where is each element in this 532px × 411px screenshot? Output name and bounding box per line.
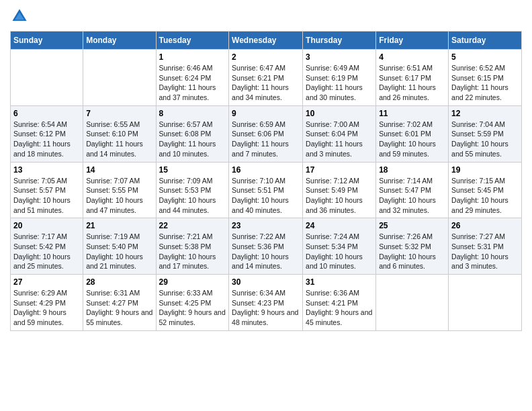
day-number: 20: [13, 221, 80, 230]
weekday-header-wednesday: Wednesday: [229, 32, 303, 50]
day-number: 4: [379, 52, 445, 62]
day-info: Sunrise: 6:47 AM Sunset: 6:21 PM Dayligh…: [232, 63, 300, 103]
day-number: 24: [306, 221, 373, 230]
calendar-cell: 12Sunrise: 7:04 AM Sunset: 5:59 PM Dayli…: [449, 105, 522, 162]
day-number: 15: [159, 165, 226, 175]
calendar-cell: 26Sunrise: 7:27 AM Sunset: 5:31 PM Dayli…: [449, 218, 522, 275]
calendar-cell: 17Sunrise: 7:12 AM Sunset: 5:49 PM Dayli…: [303, 162, 376, 218]
calendar-cell: 20Sunrise: 7:17 AM Sunset: 5:42 PM Dayli…: [11, 218, 83, 275]
calendar-cell: [83, 50, 156, 106]
day-info: Sunrise: 7:10 AM Sunset: 5:51 PM Dayligh…: [232, 176, 300, 216]
page-header: [10, 7, 522, 26]
day-info: Sunrise: 7:12 AM Sunset: 5:49 PM Dayligh…: [306, 176, 373, 216]
day-info: Sunrise: 6:46 AM Sunset: 6:24 PM Dayligh…: [159, 63, 226, 103]
calendar-header: SundayMondayTuesdayWednesdayThursdayFrid…: [11, 32, 522, 50]
calendar-cell: 5Sunrise: 6:52 AM Sunset: 6:15 PM Daylig…: [449, 50, 522, 106]
day-info: Sunrise: 7:09 AM Sunset: 5:53 PM Dayligh…: [159, 176, 226, 216]
day-info: Sunrise: 6:57 AM Sunset: 6:08 PM Dayligh…: [159, 120, 226, 159]
day-number: 18: [379, 165, 445, 175]
day-number: 7: [86, 109, 152, 118]
day-number: 30: [232, 277, 300, 287]
day-info: Sunrise: 7:14 AM Sunset: 5:47 PM Dayligh…: [379, 176, 445, 216]
day-info: Sunrise: 7:26 AM Sunset: 5:32 PM Dayligh…: [379, 232, 445, 271]
day-info: Sunrise: 7:17 AM Sunset: 5:42 PM Dayligh…: [13, 232, 80, 271]
calendar-cell: 18Sunrise: 7:14 AM Sunset: 5:47 PM Dayli…: [376, 162, 449, 218]
calendar-cell: 19Sunrise: 7:15 AM Sunset: 5:45 PM Dayli…: [449, 162, 522, 218]
calendar-cell: 29Sunrise: 6:33 AM Sunset: 4:25 PM Dayli…: [156, 275, 229, 331]
day-info: Sunrise: 6:36 AM Sunset: 4:21 PM Dayligh…: [306, 288, 373, 328]
day-number: 6: [13, 109, 80, 118]
day-info: Sunrise: 7:19 AM Sunset: 5:40 PM Dayligh…: [86, 232, 152, 271]
day-info: Sunrise: 6:55 AM Sunset: 6:10 PM Dayligh…: [86, 120, 152, 159]
day-number: 16: [232, 165, 300, 175]
calendar-cell: 7Sunrise: 6:55 AM Sunset: 6:10 PM Daylig…: [83, 105, 156, 162]
day-info: Sunrise: 6:49 AM Sunset: 6:19 PM Dayligh…: [306, 63, 373, 103]
day-info: Sunrise: 6:52 AM Sunset: 6:15 PM Dayligh…: [451, 63, 519, 103]
day-number: 27: [13, 277, 80, 287]
day-info: Sunrise: 7:07 AM Sunset: 5:55 PM Dayligh…: [86, 176, 152, 216]
calendar-cell: 11Sunrise: 7:02 AM Sunset: 6:01 PM Dayli…: [376, 105, 449, 162]
day-info: Sunrise: 6:33 AM Sunset: 4:25 PM Dayligh…: [159, 288, 226, 328]
day-number: 12: [451, 109, 519, 118]
calendar-cell: 3Sunrise: 6:49 AM Sunset: 6:19 PM Daylig…: [303, 50, 376, 106]
day-info: Sunrise: 7:04 AM Sunset: 5:59 PM Dayligh…: [451, 120, 519, 159]
week-row-2: 6Sunrise: 6:54 AM Sunset: 6:12 PM Daylig…: [11, 105, 522, 162]
day-info: Sunrise: 7:15 AM Sunset: 5:45 PM Dayligh…: [451, 176, 519, 216]
day-info: Sunrise: 7:27 AM Sunset: 5:31 PM Dayligh…: [451, 232, 519, 271]
day-info: Sunrise: 7:21 AM Sunset: 5:38 PM Dayligh…: [159, 232, 226, 271]
day-number: 31: [306, 277, 373, 287]
day-number: 2: [232, 52, 300, 62]
day-number: 26: [451, 221, 519, 230]
day-number: 19: [451, 165, 519, 175]
weekday-header-sunday: Sunday: [11, 32, 83, 50]
logo: [10, 7, 32, 26]
calendar-table: SundayMondayTuesdayWednesdayThursdayFrid…: [10, 31, 522, 331]
week-row-4: 20Sunrise: 7:17 AM Sunset: 5:42 PM Dayli…: [11, 218, 522, 275]
calendar-cell: 6Sunrise: 6:54 AM Sunset: 6:12 PM Daylig…: [11, 105, 83, 162]
day-number: 1: [159, 52, 226, 62]
day-number: 17: [306, 165, 373, 175]
weekday-header-monday: Monday: [83, 32, 156, 50]
day-info: Sunrise: 6:29 AM Sunset: 4:29 PM Dayligh…: [13, 288, 80, 328]
day-info: Sunrise: 6:34 AM Sunset: 4:23 PM Dayligh…: [232, 288, 300, 328]
calendar-cell: 22Sunrise: 7:21 AM Sunset: 5:38 PM Dayli…: [156, 218, 229, 275]
calendar-cell: 25Sunrise: 7:26 AM Sunset: 5:32 PM Dayli…: [376, 218, 449, 275]
day-number: 3: [306, 52, 373, 62]
day-number: 13: [13, 165, 80, 175]
day-info: Sunrise: 7:02 AM Sunset: 6:01 PM Dayligh…: [379, 120, 445, 159]
day-info: Sunrise: 6:51 AM Sunset: 6:17 PM Dayligh…: [379, 63, 445, 103]
day-info: Sunrise: 7:22 AM Sunset: 5:36 PM Dayligh…: [232, 232, 300, 271]
calendar-cell: 27Sunrise: 6:29 AM Sunset: 4:29 PM Dayli…: [11, 275, 83, 331]
calendar-cell: 28Sunrise: 6:31 AM Sunset: 4:27 PM Dayli…: [83, 275, 156, 331]
calendar-cell: 15Sunrise: 7:09 AM Sunset: 5:53 PM Dayli…: [156, 162, 229, 218]
calendar-cell: 13Sunrise: 7:05 AM Sunset: 5:57 PM Dayli…: [11, 162, 83, 218]
day-number: 10: [306, 109, 373, 118]
day-info: Sunrise: 6:31 AM Sunset: 4:27 PM Dayligh…: [86, 288, 152, 328]
calendar-body: 1Sunrise: 6:46 AM Sunset: 6:24 PM Daylig…: [11, 50, 522, 331]
calendar-cell: 14Sunrise: 7:07 AM Sunset: 5:55 PM Dayli…: [83, 162, 156, 218]
calendar-cell: 21Sunrise: 7:19 AM Sunset: 5:40 PM Dayli…: [83, 218, 156, 275]
day-number: 11: [379, 109, 445, 118]
week-row-3: 13Sunrise: 7:05 AM Sunset: 5:57 PM Dayli…: [11, 162, 522, 218]
calendar-cell: [11, 50, 83, 106]
calendar-cell: 1Sunrise: 6:46 AM Sunset: 6:24 PM Daylig…: [156, 50, 229, 106]
day-info: Sunrise: 7:00 AM Sunset: 6:04 PM Dayligh…: [306, 120, 373, 159]
logo-icon: [10, 7, 29, 26]
week-row-5: 27Sunrise: 6:29 AM Sunset: 4:29 PM Dayli…: [11, 275, 522, 331]
day-info: Sunrise: 7:05 AM Sunset: 5:57 PM Dayligh…: [13, 176, 80, 216]
calendar-cell: 30Sunrise: 6:34 AM Sunset: 4:23 PM Dayli…: [229, 275, 303, 331]
calendar-cell: 4Sunrise: 6:51 AM Sunset: 6:17 PM Daylig…: [376, 50, 449, 106]
day-info: Sunrise: 6:59 AM Sunset: 6:06 PM Dayligh…: [232, 120, 300, 159]
day-number: 29: [159, 277, 226, 287]
weekday-header-friday: Friday: [376, 32, 449, 50]
week-row-1: 1Sunrise: 6:46 AM Sunset: 6:24 PM Daylig…: [11, 50, 522, 106]
calendar-cell: 31Sunrise: 6:36 AM Sunset: 4:21 PM Dayli…: [303, 275, 376, 331]
calendar-cell: 2Sunrise: 6:47 AM Sunset: 6:21 PM Daylig…: [229, 50, 303, 106]
calendar-cell: 24Sunrise: 7:24 AM Sunset: 5:34 PM Dayli…: [303, 218, 376, 275]
day-number: 5: [451, 52, 519, 62]
day-number: 23: [232, 221, 300, 230]
calendar-cell: [376, 275, 449, 331]
day-number: 14: [86, 165, 152, 175]
weekday-row: SundayMondayTuesdayWednesdayThursdayFrid…: [11, 32, 522, 50]
weekday-header-saturday: Saturday: [449, 32, 522, 50]
